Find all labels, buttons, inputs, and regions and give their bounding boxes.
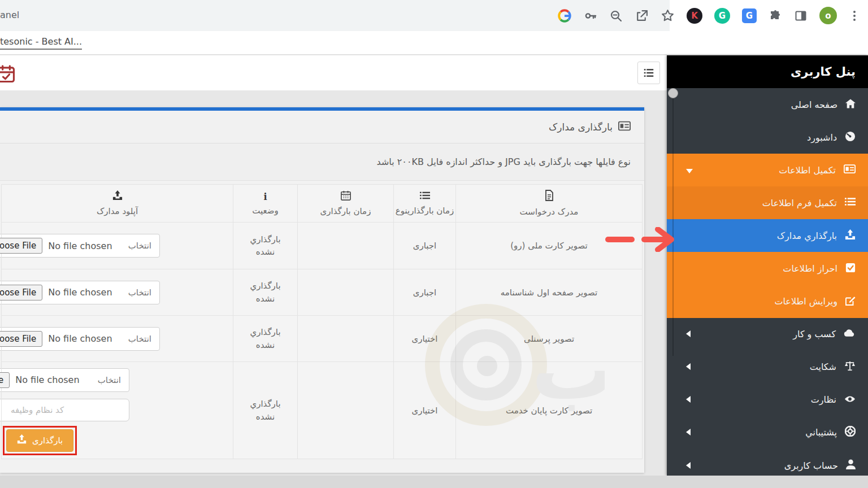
translate-icon[interactable]: G: [742, 8, 757, 23]
file-status-text: No file chosen: [48, 241, 112, 251]
support-icon: [845, 426, 856, 439]
sidebar-scrollbar-track: [672, 90, 674, 356]
cloud-icon: [844, 329, 856, 339]
chevron-down-icon: [686, 165, 693, 176]
sidebar-title: پنل کاربری: [667, 55, 868, 88]
sidebar-item-complete-info[interactable]: تکمیل اطلاعات: [667, 154, 868, 186]
sidebar-item-verify-info[interactable]: احراز اطلاعات: [667, 252, 868, 285]
doc-type: اجباری: [394, 269, 456, 316]
chevron-left-icon: [686, 460, 691, 471]
upload-time: [298, 269, 394, 316]
doc-status: بارگذاري نشده: [233, 223, 298, 269]
military-service-code-input[interactable]: [0, 399, 129, 421]
file-input[interactable]: Choose File No file chosen انتخاب: [0, 327, 160, 351]
chevron-left-icon: [686, 394, 691, 405]
select-label: انتخاب: [98, 375, 121, 385]
select-label: انتخاب: [128, 334, 151, 344]
choose-file-button[interactable]: Choose File: [0, 372, 10, 388]
list-icon: [394, 191, 455, 202]
select-label: انتخاب: [128, 241, 151, 251]
edit-icon: [845, 295, 856, 308]
select-label: انتخاب: [128, 287, 151, 298]
doc-type: اختیاری: [394, 362, 456, 459]
browser-toolbar: anel: [0, 0, 868, 31]
sidebar-item-home[interactable]: صفحه اصلی: [667, 88, 868, 121]
upload-time: [298, 223, 394, 269]
choose-file-button[interactable]: Choose File: [0, 331, 42, 347]
sidebar-item-upload-documents[interactable]: بارگذاري مدارک: [667, 219, 868, 252]
col-upload: آپلود مدارک: [2, 185, 233, 223]
kebab-menu-icon[interactable]: [849, 9, 860, 23]
file-status-text: No file chosen: [48, 333, 112, 344]
calendar-check-icon[interactable]: [0, 63, 17, 87]
google-g-icon[interactable]: [557, 8, 572, 23]
k-extension-icon[interactable]: K: [687, 8, 702, 24]
profile-icon[interactable]: o: [819, 7, 837, 24]
star-icon[interactable]: [661, 8, 675, 23]
doc-type: اجباری: [394, 223, 456, 269]
file-icon: [456, 190, 642, 203]
id-card-icon: [618, 121, 631, 133]
doc-name: تصویر پرسنلی: [456, 316, 643, 362]
zoom-out-icon[interactable]: [609, 9, 623, 23]
file-input[interactable]: Choose File No file chosen انتخاب: [0, 281, 160, 304]
sidebar-item-edit-info[interactable]: ویرایش اطلاعات: [667, 285, 868, 318]
sidebar-item-user-account[interactable]: حساب کاربری: [667, 449, 868, 476]
info-icon: i: [233, 191, 297, 202]
upload-time: [298, 362, 394, 459]
sidebar-item-dashboard[interactable]: داشبورد: [667, 121, 868, 154]
upload-icon: [845, 229, 856, 242]
grammarly-icon[interactable]: G: [714, 8, 730, 24]
upload-time: [298, 316, 394, 362]
calendar-icon: [298, 190, 393, 203]
sidebar-item-complaint[interactable]: شکایت: [667, 351, 868, 384]
form-list-icon: [845, 197, 856, 208]
annotation-box: بارگذاری: [3, 426, 77, 455]
side-panel-icon[interactable]: [794, 9, 808, 23]
file-status-text: No file chosen: [15, 374, 79, 385]
check-square-icon: [845, 263, 856, 275]
sidebar-item-complete-form[interactable]: تکمیل فرم اطلاعات: [667, 186, 868, 219]
share-icon[interactable]: [635, 8, 649, 23]
upload-button[interactable]: بارگذاری: [6, 429, 73, 452]
address-bar-text[interactable]: anel: [0, 10, 19, 20]
documents-table: مدرک درخواست زمان بارگذارینوع زمان بارگذ…: [1, 184, 643, 459]
app-header: [0, 55, 667, 90]
col-status: i وضعیت: [233, 185, 298, 223]
sidebar-item-supervision[interactable]: نظارت: [667, 384, 868, 416]
table-row: تصویر پرسنلی اختیاری بارگذاري نشده Choos…: [2, 316, 643, 362]
table-row: تصویر کارت ملی (رو) اجباری بارگذاري نشده…: [2, 223, 643, 269]
list-menu-button[interactable]: [637, 62, 660, 84]
user-panel-sidebar: پنل کاربری صفحه اصلی داشبورد تکمیل اطلاع…: [667, 55, 868, 476]
chevron-left-icon: [686, 361, 691, 372]
dashboard-icon: [845, 131, 856, 144]
doc-type: اختیاری: [394, 316, 456, 362]
file-input[interactable]: Choose File No file chosen انتخاب: [0, 234, 160, 258]
doc-status: بارگذاري نشده: [233, 269, 298, 316]
sidebar-scrollbar-thumb[interactable]: [668, 88, 678, 98]
puzzle-icon[interactable]: [769, 9, 782, 23]
chevron-left-icon: [686, 329, 691, 339]
col-type: زمان بارگذارینوع: [394, 185, 456, 223]
doc-name: تصویر کارت پایان خدمت: [456, 362, 643, 459]
sidebar-item-support[interactable]: پشتیباني: [667, 416, 868, 449]
chevron-left-icon: [686, 427, 691, 438]
file-input[interactable]: Choose File No file chosen انتخاب: [0, 368, 129, 392]
eye-icon: [844, 394, 856, 405]
table-row: تصویر کارت پایان خدمت اختیاری بارگذاري ن…: [2, 362, 643, 459]
table-header-row: مدرک درخواست زمان بارگذارینوع زمان بارگذ…: [2, 185, 643, 223]
table-row: تصویر صفحه اول شناسنامه اجباری بارگذاري …: [2, 269, 643, 316]
doc-status: بارگذاري نشده: [233, 362, 298, 459]
card-header: بارگذاری مدارک: [0, 111, 644, 143]
key-icon[interactable]: [584, 9, 597, 23]
choose-file-button[interactable]: Choose File: [0, 238, 42, 254]
sidebar-item-business[interactable]: کسب و کار: [667, 318, 868, 351]
upload-documents-card: بارگذاری مدارک نوع فایلها جهت بارگذاری ب…: [0, 107, 644, 473]
doc-name: تصویر کارت ملی (رو): [456, 223, 643, 269]
upload-notice: نوع فایلها جهت بارگذاری باید JPG و حداکث…: [0, 143, 644, 181]
home-icon: [845, 99, 856, 111]
col-upload-time: زمان بارگذاری: [298, 185, 394, 223]
bookmarks-bar: tesonic - Best AI...: [0, 31, 868, 55]
choose-file-button[interactable]: Choose File: [0, 285, 42, 300]
bookmark-item[interactable]: tesonic - Best AI...: [0, 36, 82, 50]
